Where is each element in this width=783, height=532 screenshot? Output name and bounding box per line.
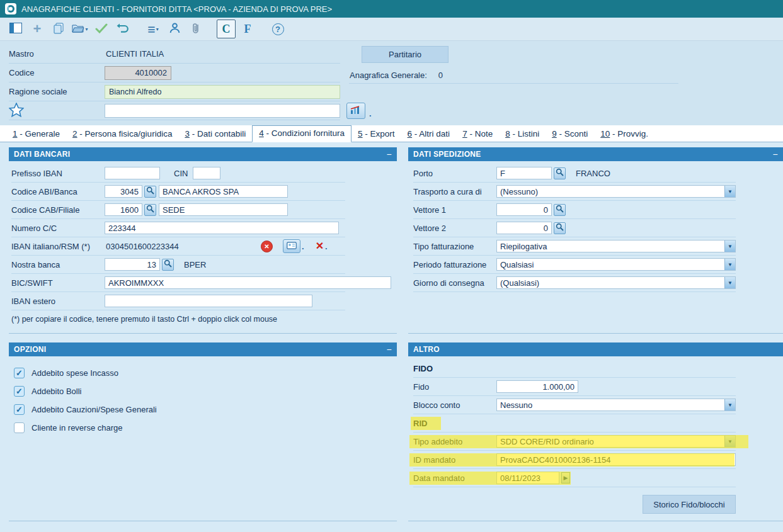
panel-dati-bancari: DATI BANCARI − Prefisso IBAN CIN Codice … [9,147,397,334]
checkbox-addebito-bolli[interactable] [14,386,25,397]
fido-input[interactable]: 1.000,00 [496,380,578,393]
titlebar: ANAGRAFICHE CLIENTI - FORNITORI DITTA <P… [0,0,783,18]
mastro-label: Mastro [9,49,105,59]
chevron-down-icon[interactable]: ▼ [724,436,735,447]
tipo-fatturazione-select[interactable]: Riepilogativa ▼ [496,240,736,252]
data-mandato-label: Data mandato [413,473,496,483]
tab-sconti[interactable]: 9 - Sconti [546,127,594,142]
vettore1-input[interactable]: 0 [496,203,552,216]
tab-condizioni-fornitura[interactable]: 4 - Condizioni fornitura [252,125,351,142]
panel-title: DATI SPEDIZIONE [413,150,481,159]
clienti-toggle-button[interactable]: C [217,20,236,38]
chevron-down-icon[interactable]: ▼ [724,399,735,410]
numero-cc-input[interactable]: 223344 [105,222,339,234]
ragione-sociale-input[interactable]: Bianchi Alfredo [105,85,340,99]
option-row: Addebito Cauzioni/Spese Generali [11,400,397,419]
partitario-button[interactable]: Partitario [362,46,449,63]
help-button[interactable]: ? [268,20,287,38]
data-mandato-input[interactable]: 08/11/2023 [496,472,559,484]
trasporto-value: (Nessuno) [497,187,724,196]
search-extra-input[interactable] [105,104,340,118]
storico-fido-button[interactable]: Storico Fido/blocchi [643,495,736,514]
tab-note[interactable]: 7 - Note [456,127,499,142]
trasporto-row: Trasporto a cura di (Nessuno) ▼ [413,183,736,201]
copy-button[interactable] [49,20,68,38]
vettore1-search-button[interactable] [554,204,566,216]
chevron-down-icon[interactable]: ▼ [724,241,735,252]
nostra-banca-input[interactable]: 13 [105,258,160,271]
collapse-icon[interactable]: − [387,345,392,354]
open-button[interactable]: ▾ [71,20,89,38]
chart-dropdown-dot[interactable]: . [369,109,372,118]
cin-input[interactable] [193,167,220,179]
filiale-name-field[interactable]: SEDE [159,203,288,216]
bic-swift-input[interactable]: AKROIMMXXX [105,276,391,289]
tipo-addebito-select[interactable]: SDD CORE/RID ordinario ▼ [496,435,736,448]
vettore2-search-button[interactable] [554,222,566,234]
add-button[interactable]: + [28,20,47,38]
tipo-fatturazione-label: Tipo fatturazione [413,242,496,251]
chevron-down-icon[interactable]: ▼ [724,277,735,288]
form-button[interactable] [6,20,25,38]
iban-italiano-value[interactable]: 0304501600223344 [105,242,261,251]
cab-search-button[interactable] [144,204,156,216]
checkbox-addebito-cauzioni[interactable] [14,404,25,415]
panel-header-dati-bancari: DATI BANCARI − [9,147,397,161]
collapse-icon[interactable]: − [387,150,392,159]
abi-search-button[interactable] [144,186,156,198]
mastro-value[interactable]: CLIENTI ITALIA [105,47,340,61]
tab-export[interactable]: 5 - Export [351,127,401,142]
tab-altri-dati[interactable]: 6 - Altri dati [401,127,457,142]
codice-cab-input[interactable]: 1600 [105,203,142,216]
calendar-arrow-icon[interactable]: ▶ [561,472,570,484]
rid-section-heading: RID [413,419,427,428]
search-icon [146,186,154,196]
tab-persona-fisica-giuridica[interactable]: 2 - Persona fisica/giuridica [66,127,178,142]
porto-input[interactable]: F [496,167,552,179]
tab-provvig[interactable]: 10 - Provvig. [594,127,654,142]
vettore2-input[interactable]: 0 [496,222,552,234]
star-icon[interactable] [9,103,24,119]
id-mandato-input[interactable]: ProvaCADC4010002136-1154 [496,453,736,466]
iban-estero-input[interactable] [105,295,312,307]
delete-dropdown-dot[interactable]: . [325,242,328,251]
iban-invalid-icon[interactable]: ✕ [261,241,273,252]
codice-abi-input[interactable]: 3045 [105,185,142,198]
blocco-conto-select[interactable]: Nessuno ▼ [496,399,736,411]
banca-name-field[interactable]: BANCA AKROS SPA [159,185,288,198]
periodo-fatturazione-select[interactable]: Qualsiasi ▼ [496,258,736,271]
tab-accel: 1 [13,129,18,139]
tab-label: - Note [467,129,493,139]
trasporto-select[interactable]: (Nessuno) ▼ [496,185,736,198]
anagrafica-generale-label: Anagrafica Generale: [350,71,427,80]
attachments-button[interactable] [186,20,205,38]
tab-listini[interactable]: 8 - Listini [499,127,546,142]
checkbox-reverse-charge[interactable] [14,422,25,433]
undo-button[interactable] [113,20,132,38]
contacts-button[interactable] [165,20,184,38]
confirm-button[interactable] [92,20,111,38]
tab-accel: 7 [462,129,467,139]
fornitori-toggle-button[interactable]: F [238,20,257,38]
chart-button[interactable] [346,103,365,119]
iban-card-button[interactable] [283,239,300,253]
tab-generale[interactable]: 1 - Generale [6,127,66,142]
panel-header-dati-spedizione: DATI SPEDIZIONE − [408,147,783,161]
prefisso-iban-input[interactable] [105,167,160,179]
delete-iban-icon[interactable]: ✕ [316,241,324,251]
giorno-consegna-select[interactable]: (Qualsiasi) ▼ [496,276,736,289]
ragione-sociale-label: Ragione sociale [9,87,105,96]
tab-label: - Condizioni fornitura [264,128,345,138]
card-dropdown-dot[interactable]: . [302,242,304,251]
app-logo-icon [5,3,16,14]
chevron-down-icon[interactable]: ▼ [724,259,735,270]
collapse-icon[interactable]: − [773,150,778,159]
tab-dati-contabili[interactable]: 3 - Dati contabili [178,127,252,142]
nostra-banca-search-button[interactable] [162,259,174,271]
porto-search-button[interactable] [554,167,566,179]
vettore1-row: Vettore 1 0 [413,201,736,219]
bic-swift-row: BIC/SWIFT AKROIMMXXX [11,274,345,292]
checkbox-addebito-spese-incasso[interactable] [14,368,25,378]
chevron-down-icon[interactable]: ▼ [724,186,735,197]
menu-button[interactable]: ≡▾ [144,20,163,38]
